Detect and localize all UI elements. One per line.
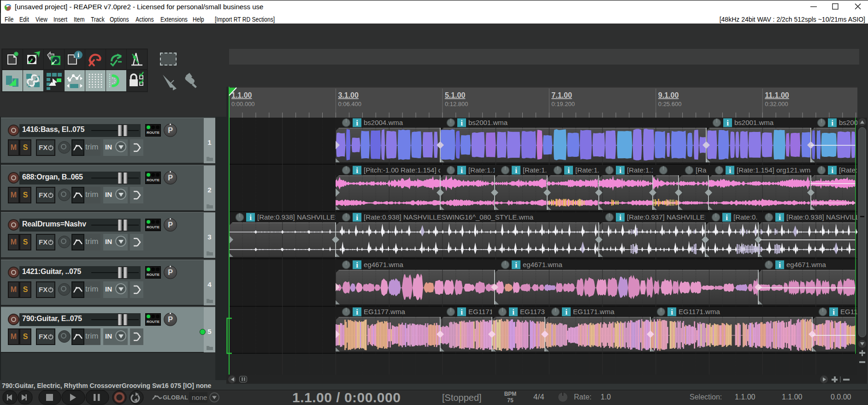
svg-text:eg4671.wma: eg4671.wma bbox=[523, 261, 563, 268]
svg-text:[Rate:1.1: [Rate:1.1 bbox=[627, 166, 655, 174]
svg-text:i: i bbox=[565, 308, 567, 316]
svg-text:i: i bbox=[356, 166, 358, 175]
svg-text:i: i bbox=[356, 308, 358, 316]
svg-text:EG11: EG11 bbox=[840, 308, 857, 316]
svg-text:7.1.00: 7.1.00 bbox=[551, 91, 572, 99]
svg-text:[Pitch:-1.00 Rate:1.154] o: [Pitch:-1.00 Rate:1.154] o bbox=[364, 166, 442, 174]
svg-text:i: i bbox=[461, 119, 463, 127]
svg-text:i: i bbox=[356, 213, 358, 222]
svg-text:[Rate:1.154] org121.wma: [Rate:1.154] org121.wma bbox=[737, 166, 815, 174]
svg-text:i: i bbox=[726, 213, 728, 222]
svg-text:i: i bbox=[619, 166, 621, 175]
svg-text:0:00.000: 0:00.000 bbox=[231, 101, 255, 107]
svg-text:0:25.600: 0:25.600 bbox=[658, 101, 682, 107]
svg-text:[Rate:0.: [Rate:0. bbox=[733, 213, 758, 221]
svg-text:i: i bbox=[831, 166, 833, 175]
svg-text:5.1.00: 5.1.00 bbox=[445, 91, 466, 99]
svg-text:i: i bbox=[249, 213, 252, 222]
svg-text:i: i bbox=[515, 261, 517, 269]
svg-text:9.1.00: 9.1.00 bbox=[658, 91, 679, 99]
svg-text:[Rate:0.938] NASHVILLESW: [Rate:0.938] NASHVILLESW bbox=[257, 213, 346, 221]
svg-text:bs200: bs200 bbox=[839, 119, 857, 126]
svg-text:i: i bbox=[461, 166, 463, 175]
svg-text:3.1.00: 3.1.00 bbox=[338, 91, 359, 99]
svg-text:0:32.000: 0:32.000 bbox=[765, 101, 788, 107]
svg-text:[Rate:1.1: [Rate:1.1 bbox=[468, 166, 496, 174]
svg-text:0:19.200: 0:19.200 bbox=[551, 101, 575, 107]
svg-text:i: i bbox=[729, 166, 731, 175]
svg-text:0:06.400: 0:06.400 bbox=[338, 101, 361, 107]
svg-text:1.1.00: 1.1.00 bbox=[231, 91, 252, 99]
svg-text:i: i bbox=[356, 261, 358, 269]
svg-text:i: i bbox=[779, 213, 781, 222]
svg-text:11.1.00: 11.1.00 bbox=[765, 91, 789, 99]
svg-text:EG1171.wma: EG1171.wma bbox=[573, 308, 614, 316]
svg-text:EG1173.: EG1173. bbox=[520, 308, 547, 316]
svg-text:EG1171.: EG1171. bbox=[468, 308, 495, 316]
svg-text:EG1171.wma: EG1171.wma bbox=[679, 308, 720, 316]
svg-text:EG1177.wma: EG1177.wma bbox=[364, 308, 405, 316]
svg-text:[Rate:0.937] NASHVILLESW: [Rate:0.937] NASHVILLESW bbox=[627, 213, 716, 221]
svg-text:i: i bbox=[831, 119, 833, 127]
svg-text:GLOBAL: GLOBAL bbox=[163, 394, 188, 401]
svg-text:eg4671.wma: eg4671.wma bbox=[364, 261, 404, 268]
svg-text:[Ra: [Ra bbox=[696, 166, 707, 174]
svg-text:i: i bbox=[671, 308, 673, 316]
svg-text:bs2004.wma: bs2004.wma bbox=[364, 119, 403, 126]
svg-text:i: i bbox=[833, 308, 835, 316]
svg-text:bs2001.wma: bs2001.wma bbox=[734, 119, 774, 126]
svg-text:i: i bbox=[461, 308, 463, 316]
svg-text:i: i bbox=[726, 119, 729, 127]
svg-text:bs2001.wma: bs2001.wma bbox=[468, 119, 508, 126]
svg-text:[Rate:0.938] NASHVILLI: [Rate:0.938] NASHVILLI bbox=[786, 213, 857, 221]
svg-text:i: i bbox=[619, 213, 621, 222]
svg-text:i: i bbox=[515, 166, 517, 175]
svg-text:eg4671.wma: eg4671.wma bbox=[786, 261, 827, 268]
svg-text:[Rate:1.: [Rate:1. bbox=[575, 166, 600, 174]
svg-text:none: none bbox=[192, 393, 207, 401]
svg-text:i: i bbox=[779, 261, 781, 269]
svg-text:i: i bbox=[356, 119, 358, 127]
svg-text:i: i bbox=[77, 52, 79, 59]
svg-text:0:12.800: 0:12.800 bbox=[445, 101, 468, 107]
svg-text:i: i bbox=[512, 308, 514, 316]
svg-text:i: i bbox=[567, 166, 570, 175]
svg-text:[Rate:1.: [Rate:1. bbox=[523, 166, 547, 174]
svg-text:[Rate:: [Rate: bbox=[839, 166, 857, 174]
svg-text:[Rate:0.938] NASHVILLESWING16^: [Rate:0.938] NASHVILLESWING16^_080_STYLE… bbox=[364, 213, 534, 221]
